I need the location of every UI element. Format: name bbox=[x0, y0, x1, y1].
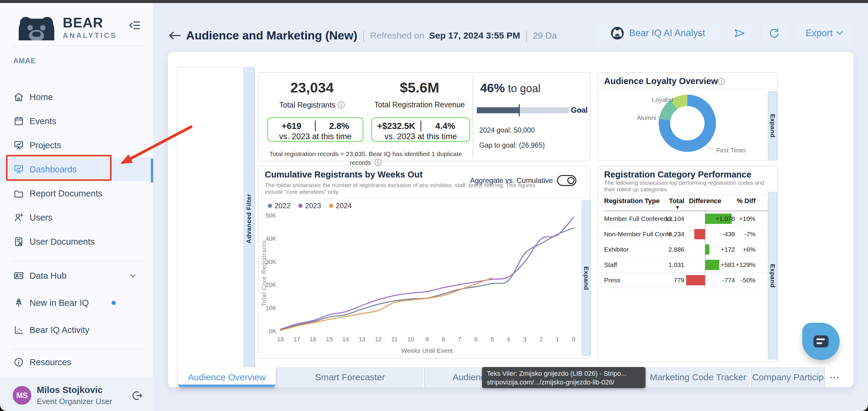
sidebar-item-report-documents[interactable]: Report Documents bbox=[0, 181, 153, 205]
calendar-icon bbox=[13, 116, 24, 127]
tab-smart-forecaster[interactable]: Smart Forecaster bbox=[276, 367, 423, 387]
days-fragment: 29 Da bbox=[533, 30, 557, 41]
registrants-delta: +619 bbox=[268, 121, 315, 131]
sidebar-item-user-documents[interactable]: User Documents bbox=[0, 230, 153, 254]
registration-card-subtitle: The following showcases top performing r… bbox=[604, 180, 771, 193]
legend-dot bbox=[298, 204, 303, 208]
export-button[interactable]: Export bbox=[797, 21, 851, 45]
goal-target-line: 2024 goal: 50,000 bbox=[479, 126, 535, 134]
user-role: Event Organizer User bbox=[37, 397, 112, 406]
aggregate-toggle-label: Aggregate vs. Cumulative bbox=[470, 176, 553, 185]
info-icon[interactable]: ⓘ bbox=[718, 77, 725, 86]
sidebar-item-dashboards[interactable]: Dashboards bbox=[0, 157, 153, 181]
bear-iq-ai-analyst-button[interactable]: Bear IQ AI Analyst bbox=[596, 21, 720, 45]
dashboard-canvas: Advanced Filter 23,034 Total Registrants… bbox=[168, 52, 854, 387]
logo-subtitle: ANALYTICS bbox=[63, 31, 117, 40]
back-arrow-icon[interactable] bbox=[168, 31, 181, 40]
weeks-out-line-chart[interactable]: 0K10K20K30K40K50K18171615141312111098765… bbox=[261, 211, 586, 359]
user-add-icon bbox=[13, 212, 24, 223]
total-registrants-label: Total Registrants ⓘ bbox=[259, 100, 365, 110]
collapse-sidebar-icon[interactable] bbox=[128, 19, 141, 32]
svg-text:12: 12 bbox=[375, 336, 381, 343]
advanced-filter-strip[interactable]: Advanced Filter bbox=[243, 67, 254, 370]
col-total[interactable]: Total bbox=[658, 197, 684, 205]
refresh-button[interactable] bbox=[762, 21, 786, 45]
registrants-compare: vs. 2023 at this time bbox=[268, 132, 363, 141]
col-pct-diff[interactable]: % Diff bbox=[731, 197, 755, 205]
folder-icon bbox=[13, 188, 24, 199]
svg-text:Total Core Registrants: Total Core Registrants bbox=[261, 240, 267, 306]
total-revenue-label: Total Registration Revenue bbox=[367, 100, 472, 109]
expand-strip[interactable]: Expand bbox=[582, 200, 591, 356]
goal-progress-bar bbox=[477, 107, 569, 113]
table-row-staff[interactable]: Staff 1,031 +581 +129% bbox=[604, 257, 769, 273]
col-registration-type[interactable]: Registration Type bbox=[604, 197, 660, 205]
more-tabs-button[interactable]: ⋯ bbox=[825, 367, 844, 387]
table-header: Registration Type Total ▼ Difference % D… bbox=[604, 195, 769, 211]
revenue-delta-box: +$232.5K4.4% vs. 2023 at this time bbox=[371, 117, 470, 142]
sidebar-item-new-in-bear-iq[interactable]: New in Bear IQ bbox=[0, 289, 153, 316]
legend-dot bbox=[329, 204, 333, 208]
sidebar-item-events[interactable]: Events bbox=[0, 109, 153, 133]
active-item-indicator bbox=[151, 159, 153, 182]
home-icon bbox=[13, 92, 24, 102]
cell-difference: +581 bbox=[705, 261, 735, 269]
cell-difference: -439 bbox=[705, 231, 735, 238]
info-icon[interactable]: ⓘ bbox=[374, 158, 381, 167]
line-series-2023 bbox=[280, 217, 574, 329]
total-registrants-value: 23,034 bbox=[259, 79, 365, 96]
bear-logo-icon bbox=[14, 14, 60, 40]
expand-strip[interactable]: Expand bbox=[768, 192, 777, 359]
sidebar-nav-secondary: Data Hub New in Bear IQ Bear IQ Activity bbox=[0, 262, 153, 343]
info-icon[interactable]: ⓘ bbox=[338, 101, 345, 109]
advanced-filter-panel: Advanced Filter bbox=[177, 67, 255, 370]
sidebar-item-users[interactable]: Users bbox=[0, 205, 153, 230]
sidebar-item-bear-iq-activity[interactable]: Bear IQ Activity bbox=[0, 316, 153, 343]
user-profile[interactable]: MS Milos Stojkovic Event Organizer User bbox=[0, 377, 153, 411]
tab-audience-overview[interactable]: Audience Overview bbox=[178, 367, 275, 387]
goal-bar-label: Goal bbox=[571, 106, 588, 114]
rocket-icon bbox=[13, 298, 24, 308]
sidebar-item-projects[interactable]: Projects bbox=[0, 133, 153, 157]
goal-percent: 46% bbox=[480, 81, 505, 95]
new-badge-dot bbox=[112, 301, 116, 305]
table-row-press[interactable]: Press 779 -774 -50% bbox=[604, 273, 769, 288]
col-difference[interactable]: Difference bbox=[683, 197, 728, 205]
window-corner bbox=[862, 405, 868, 411]
svg-text:50K: 50K bbox=[266, 212, 276, 219]
logo-title: BEAR bbox=[63, 14, 117, 31]
cell-total: 6,234 bbox=[661, 231, 684, 238]
legend-item-2023[interactable]: 2023 bbox=[298, 202, 321, 210]
document-user-icon bbox=[13, 236, 24, 247]
chat-launcher-button[interactable] bbox=[802, 323, 840, 360]
loyalty-card-title: Audience Loyalty Overview bbox=[604, 76, 718, 86]
goal-progress-fill bbox=[477, 107, 519, 113]
svg-text:2: 2 bbox=[539, 336, 542, 343]
divider: | bbox=[525, 29, 528, 42]
legend-item-2022[interactable]: 2022 bbox=[268, 202, 290, 210]
sort-descending-icon[interactable]: ▼ bbox=[676, 205, 679, 210]
divider bbox=[12, 261, 141, 262]
table-row-member-full-conference[interactable]: Member Full Conference 12,104 +1,078 +10… bbox=[604, 211, 769, 227]
sidebar-item-resources[interactable]: Resources bbox=[0, 350, 153, 374]
table-row-exhibitor[interactable]: Exhibitor 2,886 +172 +6% bbox=[604, 242, 769, 257]
tab-company-particip[interactable]: Company Particip bbox=[751, 367, 825, 387]
logout-icon[interactable] bbox=[131, 390, 143, 401]
chevron-down-icon[interactable] bbox=[128, 271, 137, 280]
cell-total: 2,886 bbox=[661, 246, 684, 253]
cell-total: 12,104 bbox=[661, 215, 684, 222]
cell-total: 1,031 bbox=[661, 261, 684, 269]
donut-label-first-timer: First Timer bbox=[716, 147, 746, 154]
difference-bar bbox=[694, 229, 705, 239]
table-row-non-member-full-conferen[interactable]: Non-Member Full Conferen... 6,234 -439 -… bbox=[604, 227, 769, 242]
sidebar-item-home[interactable]: Home bbox=[0, 85, 153, 109]
expand-strip[interactable]: Expand bbox=[768, 91, 777, 160]
legend-item-2024[interactable]: 2024 bbox=[329, 202, 352, 210]
tab-marketing-code-tracker[interactable]: Marketing Code Tracker bbox=[645, 367, 750, 387]
svg-text:13: 13 bbox=[359, 336, 365, 343]
send-button[interactable] bbox=[727, 21, 752, 45]
aggregate-cumulative-toggle[interactable] bbox=[557, 175, 576, 186]
workspace-label: AMAE bbox=[13, 57, 36, 65]
screen: BEAR ANALYTICS AMAE Home Events Projects… bbox=[0, 0, 868, 411]
sidebar-item-data-hub[interactable]: Data Hub bbox=[0, 262, 153, 289]
